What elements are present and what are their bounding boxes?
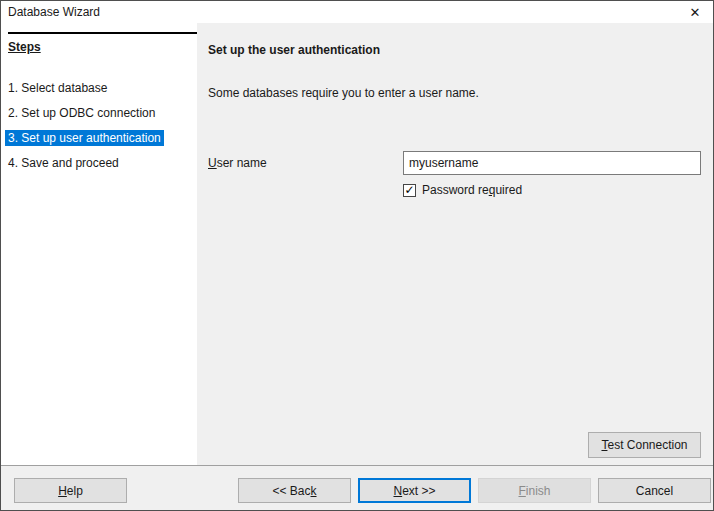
- username-label: User name: [208, 156, 267, 170]
- finish-label: Finish: [518, 484, 550, 498]
- steps-sidebar: Steps 1. Select database 2. Set up ODBC …: [1, 23, 197, 465]
- window-title: Database Wizard: [8, 5, 100, 19]
- test-connection-label: Test Connection: [601, 438, 687, 452]
- help-label: Help: [58, 484, 83, 498]
- step-label: 4. Save and proceed: [8, 156, 119, 170]
- button-bar: Help << Back Next >> Finish Cancel: [1, 465, 713, 510]
- help-button[interactable]: Help: [14, 478, 127, 503]
- cancel-button[interactable]: Cancel: [598, 478, 711, 503]
- back-button[interactable]: << Back: [238, 478, 351, 503]
- page-title: Set up the user authentication: [208, 43, 380, 57]
- step-label: 1. Select database: [8, 81, 107, 95]
- steps-heading: Steps: [8, 40, 41, 54]
- back-label: << Back: [272, 484, 316, 498]
- content-pane: Set up the user authentication Some data…: [197, 23, 713, 465]
- step-item-save-proceed[interactable]: 4. Save and proceed: [5, 155, 122, 171]
- close-icon: ✕: [690, 5, 701, 20]
- database-wizard-dialog: Database Wizard ✕ Steps 1. Select databa…: [0, 0, 714, 511]
- step-item-user-authentication[interactable]: 3. Set up user authentication: [5, 130, 164, 146]
- next-button[interactable]: Next >>: [358, 478, 471, 503]
- password-required-checkbox[interactable]: ✓: [403, 184, 416, 197]
- password-required-label[interactable]: Password required: [422, 183, 522, 197]
- title-bar: Database Wizard ✕: [1, 1, 713, 23]
- sidebar-divider: [8, 32, 197, 34]
- step-item-select-database[interactable]: 1. Select database: [5, 80, 110, 96]
- test-connection-button[interactable]: Test Connection: [588, 432, 701, 458]
- cancel-label: Cancel: [636, 484, 673, 498]
- checkmark-icon: ✓: [404, 185, 414, 196]
- username-input[interactable]: [403, 151, 701, 175]
- password-required-row: ✓ Password required: [403, 183, 522, 197]
- finish-button: Finish: [478, 478, 591, 503]
- description-text: Some databases require you to enter a us…: [208, 86, 479, 100]
- next-label: Next >>: [393, 484, 435, 498]
- close-button[interactable]: ✕: [677, 1, 713, 23]
- step-label: 2. Set up ODBC connection: [8, 106, 155, 120]
- step-item-odbc-connection[interactable]: 2. Set up ODBC connection: [5, 105, 158, 121]
- step-label: 3. Set up user authentication: [8, 131, 161, 145]
